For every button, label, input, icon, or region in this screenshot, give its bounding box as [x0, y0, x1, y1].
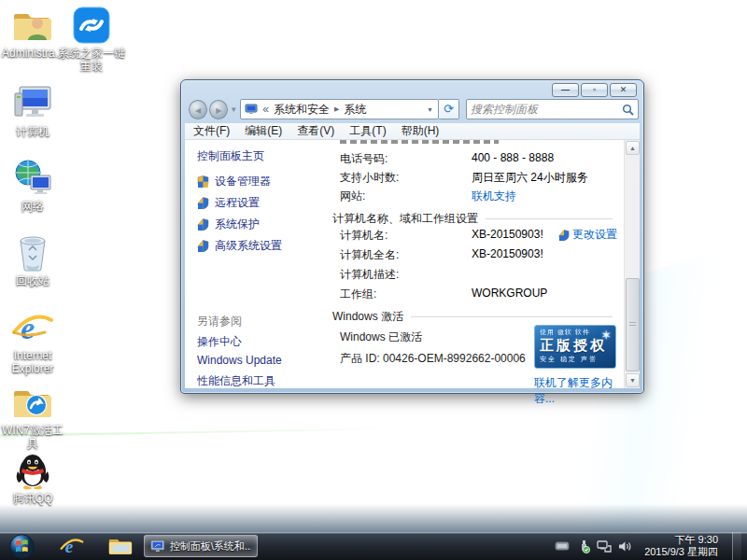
scrollbar-thumb[interactable]: [626, 278, 640, 371]
clock-time: 下午 9:30: [644, 534, 718, 546]
desktop-icon-label: 计算机: [2, 125, 63, 138]
see-also-header: 另请参阅: [197, 314, 242, 329]
taskbar-clock[interactable]: 下午 9:30 2015/9/3 星期四: [639, 534, 726, 558]
desktop-icon-label: 腾讯QQ: [2, 492, 63, 505]
scroll-down-icon: ▼: [629, 377, 636, 384]
sidebar-item-control-panel-home[interactable]: 控制面板主页: [197, 148, 264, 164]
computer-icon: [2, 84, 63, 123]
refresh-icon: ⟳: [444, 102, 454, 116]
website-label: 网站:: [340, 189, 365, 204]
forward-icon: ▶: [216, 106, 221, 115]
sidebar-item-label: 设备管理器: [215, 174, 271, 189]
menu-tools[interactable]: 工具(T): [349, 123, 386, 139]
caption-buttons: — ▫ ✕: [552, 83, 637, 97]
win7-activator-folder-icon: [2, 383, 63, 422]
workgroup-label: 工作组:: [340, 287, 376, 302]
sidebar-item-advanced-system-settings[interactable]: 高级系统设置: [197, 238, 282, 254]
scroll-down-button[interactable]: ▼: [626, 373, 640, 387]
online-support-link[interactable]: 联机支持: [472, 189, 516, 204]
desktop-icon-network[interactable]: 网络: [2, 159, 63, 213]
system-window-icon: [150, 539, 165, 553]
show-desktop-button[interactable]: [732, 532, 741, 560]
search-box[interactable]: [466, 99, 639, 119]
full-computer-name-value: XB-20150903!: [472, 247, 543, 260]
desktop-icon-label: 系统之家一键重装: [58, 47, 125, 73]
menu-view[interactable]: 查看(V): [297, 123, 334, 139]
system-tray: 下午 9:30 2015/9/3 星期四: [555, 532, 747, 560]
taskbar-windows-explorer[interactable]: [103, 533, 138, 559]
taskbar: e 控制面板\系统和...: [0, 532, 747, 560]
system-page-content: 电话号码: 400 - 888 - 8888 支持小时数: 周日至周六 24小时…: [327, 140, 624, 388]
windows-start-orb-icon: [9, 534, 35, 559]
badge-line3: 安全 稳定 声誉: [540, 356, 611, 362]
desktop-icon-recycle-bin[interactable]: 回收站: [2, 233, 63, 287]
uac-shield-icon: [197, 175, 209, 188]
uac-shield-icon: [197, 197, 209, 209]
sidebar-item-windows-update[interactable]: Windows Update: [197, 354, 282, 367]
network-tray-icon[interactable]: [597, 540, 612, 553]
sidebar-item-device-manager[interactable]: 设备管理器: [197, 174, 271, 189]
breadcrumb-separator-icon: ▶: [334, 105, 339, 113]
scroll-up-button[interactable]: ▲: [626, 141, 640, 155]
section-rule: [411, 316, 613, 317]
taskbar-active-window-control-panel[interactable]: 控制面板\系统和...: [144, 535, 258, 557]
windows-activation-section-header: Windows 激活: [332, 309, 613, 325]
breadcrumb-system-security[interactable]: 系统和安全: [274, 102, 330, 118]
sidebar-item-action-center[interactable]: 操作中心: [197, 334, 242, 350]
close-button[interactable]: ✕: [610, 83, 637, 97]
breadcrumb-prefix: «: [262, 103, 269, 116]
clipped-text-row: [340, 140, 499, 144]
scroll-up-icon: ▲: [629, 145, 636, 151]
computer-name-value: XB-20150903!: [472, 228, 543, 241]
vertical-scrollbar[interactable]: ▲ ▼: [624, 140, 640, 388]
folder-icon: [108, 536, 133, 556]
support-hours-label: 支持小时数:: [340, 170, 399, 186]
desktop-icon-xitongzhijia[interactable]: 系统之家一键重装: [58, 6, 125, 73]
recent-pages-dropdown[interactable]: ▼: [230, 105, 237, 114]
desktop: Administra... 系统之家一键重装: [0, 0, 747, 560]
administrator-folder-icon: [2, 6, 63, 45]
learn-more-online-link[interactable]: 联机了解更多内容...: [534, 375, 624, 407]
workgroup-value: WORKGROUP: [472, 287, 547, 300]
sidebar-item-remote-settings[interactable]: 远程设置: [197, 195, 260, 211]
sidebar-item-performance-tools[interactable]: 性能信息和工具: [197, 373, 275, 389]
section-title: 计算机名称、域和工作组设置: [332, 211, 478, 227]
section-title: Windows 激活: [332, 309, 403, 325]
computer-name-label: 计算机名:: [340, 228, 388, 244]
desktop-icon-computer[interactable]: 计算机: [2, 84, 63, 138]
volume-icon[interactable]: [618, 540, 632, 553]
minimize-button[interactable]: —: [552, 83, 579, 97]
language-bar-icon[interactable]: [555, 540, 570, 552]
desktop-icon-label: WIN7激活工具: [2, 424, 63, 450]
breadcrumb-system[interactable]: 系统: [344, 102, 366, 118]
internet-explorer-icon: e: [2, 308, 63, 347]
desktop-icon-qq[interactable]: 腾讯QQ: [2, 451, 63, 505]
section-rule: [486, 218, 613, 219]
forward-button[interactable]: ▶: [209, 100, 228, 119]
address-bar[interactable]: « 系统和安全 ▶ 系统 ▼: [240, 99, 439, 119]
safely-remove-hardware-icon[interactable]: [576, 539, 590, 553]
refresh-button[interactable]: ⟳: [439, 99, 459, 119]
menu-file[interactable]: 文件(F): [193, 123, 230, 139]
desktop-icon-label: Internet Explorer: [2, 349, 63, 375]
clock-date: 2015/9/3 星期四: [644, 546, 718, 558]
menu-help[interactable]: 帮助(H): [402, 123, 440, 139]
desktop-icon-internet-explorer[interactable]: e Internet Explorer: [2, 308, 63, 375]
activation-status: Windows 已激活: [340, 329, 422, 345]
desktop-icon-label: 网络: [2, 200, 63, 213]
taskbar-internet-explorer[interactable]: e: [54, 533, 90, 559]
desktop-icon-label: 回收站: [2, 274, 63, 287]
computer-description-label: 计算机描述:: [340, 267, 399, 283]
change-settings[interactable]: 更改设置: [558, 227, 617, 243]
maximize-button[interactable]: ▫: [581, 83, 608, 97]
breadcrumb: « 系统和安全 ▶ 系统: [262, 102, 424, 118]
search-input[interactable]: [471, 103, 622, 116]
start-button[interactable]: [4, 533, 39, 559]
back-button[interactable]: ◀: [189, 100, 207, 119]
change-settings-link[interactable]: 更改设置: [572, 227, 617, 243]
desktop-icon-win7-activator[interactable]: WIN7激活工具: [2, 383, 63, 450]
menu-edit[interactable]: 编辑(E): [245, 123, 282, 139]
sidebar-item-system-protection[interactable]: 系统保护: [197, 217, 260, 232]
address-dropdown-icon[interactable]: ▼: [424, 106, 436, 113]
desktop-icon-administrator[interactable]: Administra...: [2, 6, 63, 60]
